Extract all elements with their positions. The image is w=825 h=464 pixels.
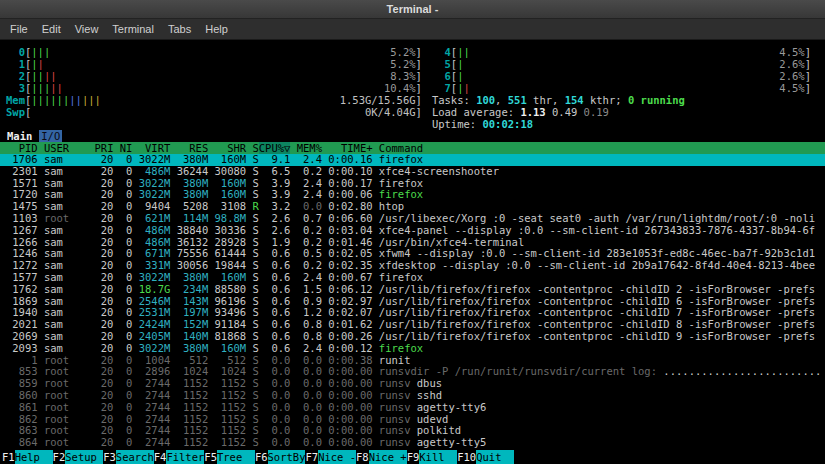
process-row-1103[interactable]: 1103root200621M114M98.8MS2.60.70:06.60/u… [0, 213, 825, 225]
fn-f7-key: F7 [305, 450, 318, 464]
process-row-2021[interactable]: 2021sam2002424M152M91184S0.60.80:01.62/u… [0, 319, 825, 331]
menu-item-help[interactable]: Help [198, 21, 235, 37]
column-header-cpu[interactable]: CPU%▽ [259, 142, 291, 154]
menu-item-terminal[interactable]: Terminal [105, 21, 161, 37]
process-row-1475[interactable]: 1475sam200940452083108R3.20.00:02.80htop [0, 201, 825, 213]
process-row-2093[interactable]: 2093sam2003022M380M160MS0.62.40:00.12fir… [0, 343, 825, 355]
tab-io[interactable]: I/O [39, 130, 62, 142]
meter-5-fill: | [457, 58, 779, 70]
command-text: runsv [379, 414, 417, 425]
column-header-pid[interactable]: PID [6, 142, 38, 154]
cell-pid: 861 [6, 402, 38, 414]
cell-command: xfdesktop --display :0.0 --sm-client-id … [373, 260, 825, 272]
process-row-1[interactable]: 1root2001004512512S0.00.00:00.38runit [0, 355, 825, 367]
cell-state: S [246, 402, 259, 414]
meter-2-value: 8.3% [390, 70, 415, 82]
window-titlebar[interactable]: Terminal - [0, 0, 825, 19]
tab-main[interactable]: Main [7, 130, 32, 142]
column-header-virt[interactable]: VIRT [132, 142, 170, 154]
meter-segment-green: ||| [31, 82, 50, 94]
meter-mem-fill: ||||||||||| [31, 94, 339, 106]
menu-item-tabs[interactable]: Tabs [161, 21, 198, 37]
meter-mem-label: Mem [6, 94, 25, 106]
meter-segment-red: || [50, 82, 63, 94]
cell-command: xfwm4 --display :0.0 --sm-client-id 283e… [373, 248, 825, 260]
column-header-ni[interactable]: NI [113, 142, 132, 154]
uptime: Uptime: 00:02:18 [432, 118, 811, 130]
process-row-863[interactable]: 863root200274411521152S0.00.00:00.00runs… [0, 425, 825, 437]
column-header-pri[interactable]: PRI [94, 142, 113, 154]
cell-command: runsv dbus [373, 378, 825, 390]
column-header-res[interactable]: RES [170, 142, 208, 154]
column-header-mem[interactable]: MEM% [290, 142, 322, 154]
process-row-1267[interactable]: 1267sam200486M3884030336S2.60.20:03.04xf… [0, 225, 825, 237]
command-text: agetty-tty5 [417, 437, 487, 448]
column-header-s[interactable]: S [246, 142, 259, 154]
cell-virt: 2405M [132, 331, 170, 343]
fn-f10[interactable]: F10Quit [457, 450, 514, 464]
cell-command: xfce4-panel --display :0.0 --sm-client-i… [373, 225, 825, 237]
process-row-2301[interactable]: 2301sam200486M3624430080S6.50.20:00.10xf… [0, 166, 825, 178]
process-row-1246[interactable]: 1246sam200671M7555661444S0.60.50:02.05xf… [0, 248, 825, 260]
cell-nice: 0 [113, 402, 132, 414]
column-header-time[interactable]: TIME+ [322, 142, 373, 154]
column-header-shr[interactable]: SHR [208, 142, 246, 154]
cell-user: root [38, 402, 95, 414]
process-row-1720[interactable]: 1720sam2003022M380M160MS3.92.40:00.06fir… [0, 189, 825, 201]
command-text: /usr/libexec/Xorg :0 -seat seat0 -auth /… [379, 213, 815, 224]
fn-f9[interactable]: F9Kill [407, 450, 458, 464]
process-row-1762[interactable]: 1762sam20018.7G234M88580S0.61.50:06.12/u… [0, 284, 825, 296]
process-rows: 1706sam2003022M380M160MS9.12.40:00.16fir… [0, 154, 825, 450]
meter-3-value: 10.4% [384, 82, 416, 94]
cell-res: 140M [170, 331, 208, 343]
cell-priority: 20 [94, 272, 113, 284]
cell-user: sam [38, 284, 95, 296]
cell-cpu-percent: 0.6 [259, 331, 291, 343]
process-row-1571[interactable]: 1571sam2003022M380M160MS3.92.40:00.17fir… [0, 178, 825, 190]
process-row-1706[interactable]: 1706sam2003022M380M160MS9.12.40:00.16fir… [0, 154, 825, 166]
cell-user: sam [38, 225, 95, 237]
process-row-1272[interactable]: 1272sam200331M3005619844S0.60.20:02.35xf… [0, 260, 825, 272]
process-row-2069[interactable]: 2069sam2002405M140M81868S0.60.80:00.26/u… [0, 331, 825, 343]
cell-cpu-percent: 0.6 [259, 343, 291, 355]
process-row-1940[interactable]: 1940sam2002531M197M93496S0.61.20:02.07/u… [0, 307, 825, 319]
fn-f6[interactable]: F6SortBy [255, 450, 306, 464]
column-header-command[interactable]: Command [373, 142, 825, 154]
menu-item-edit[interactable]: Edit [35, 21, 68, 37]
menu-item-view[interactable]: View [68, 21, 106, 37]
process-row-860[interactable]: 860root200274411521152S0.00.00:00.00runs… [0, 390, 825, 402]
process-row-864[interactable]: 864root200274411521152S0.00.00:00.00runs… [0, 437, 825, 449]
fn-f2[interactable]: F2Setup [53, 450, 104, 464]
command-text: /usr/lib/firefox/firefox -contentproc -c… [379, 284, 815, 295]
meter-4: 4[||4.5%] [432, 46, 811, 58]
fn-f4[interactable]: F4Filter [154, 450, 205, 464]
process-row-861[interactable]: 861root200274411521152S0.00.00:00.00runs… [0, 402, 825, 414]
fn-f5[interactable]: F5Tree [204, 450, 255, 464]
meter-4-value: 4.5% [779, 46, 804, 58]
cell-shr: 88580 [208, 284, 246, 296]
menu-item-file[interactable]: File [3, 21, 35, 37]
cell-nice: 0 [113, 284, 132, 296]
command-text: firefox [379, 178, 423, 189]
meter-swp-label: Swp [6, 106, 25, 118]
column-header-user[interactable]: USER [38, 142, 95, 154]
process-row-853[interactable]: 853root200289610241024S0.00.00:00.00runs… [0, 366, 825, 378]
process-row-859[interactable]: 859root200274411521152S0.00.00:00.00runs… [0, 378, 825, 390]
process-row-1266[interactable]: 1266sam200486M3613228928S1.90.20:01.46/u… [0, 237, 825, 249]
process-row-1577[interactable]: 1577sam2003022M380M160MS0.62.40:00.67fir… [0, 272, 825, 284]
meter-swp-fill [31, 106, 365, 118]
cell-priority: 20 [94, 437, 113, 449]
process-row-1869[interactable]: 1869sam2002546M143M96196S0.60.90:02.97/u… [0, 296, 825, 308]
fn-f3[interactable]: F3Search [103, 450, 154, 464]
process-row-862[interactable]: 862root200274411521152S0.00.00:00.00runs… [0, 414, 825, 426]
fn-f1[interactable]: F1Help [2, 450, 53, 464]
meter-7-label: 7 [432, 82, 451, 94]
load-average-label: Load average: [432, 106, 521, 118]
fn-f7[interactable]: F7Nice - [305, 450, 356, 464]
meter-bracket-close: ] [416, 58, 422, 70]
cell-command: /usr/bin/xfce4-terminal [373, 237, 825, 249]
fn-f8[interactable]: F8Nice + [356, 450, 407, 464]
meter-segment-blue: || [69, 94, 82, 106]
load-5min: 0.49 [552, 106, 584, 118]
load-1min: 1.13 [520, 106, 552, 118]
